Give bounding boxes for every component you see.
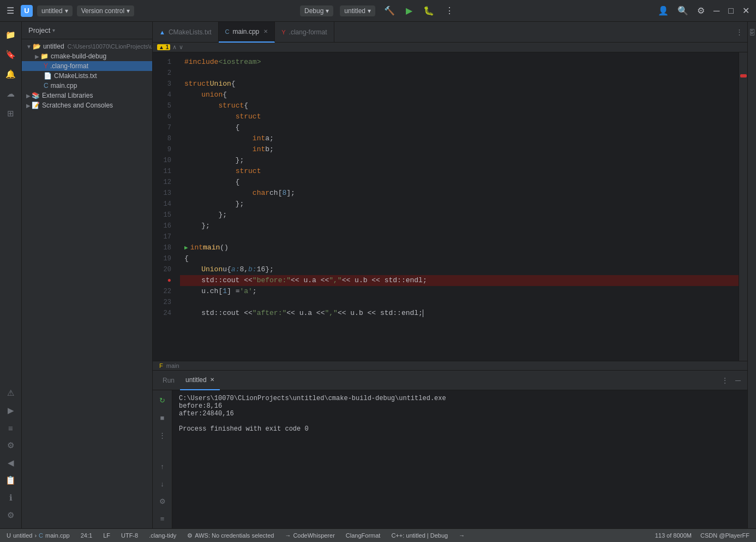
code-line-15: }; [180, 210, 739, 221]
linenum-20: 20 [153, 264, 176, 275]
tree-maincpp-item[interactable]: C main.cpp [22, 81, 152, 91]
problems-button[interactable]: ⚠ [2, 384, 20, 402]
notifications-button[interactable]: 🔔 [2, 65, 20, 83]
plugins-button[interactable]: ⊞ [2, 105, 20, 122]
status-inspection[interactable]: .clang-tidy [147, 529, 178, 542]
code-line-19: { [180, 253, 739, 264]
git-button[interactable]: ◀ [2, 454, 20, 472]
code-content[interactable]: #include <iostream> struct Union { [180, 52, 739, 361]
stop-button[interactable]: ■ [155, 410, 170, 425]
code-line-1: #include <iostream> [180, 57, 739, 68]
untitled-tab-close[interactable]: ✕ [210, 377, 214, 383]
terminal-sidebar: ↻ ■ ⋮ ↑ ↓ ⚙ ≡ [153, 390, 172, 528]
terminal-output[interactable]: C:\Users\10070\CLionProjects\untitled\cm… [172, 390, 747, 528]
linenum-14: 14 [153, 199, 176, 210]
minimize-button[interactable]: ─ [711, 4, 722, 18]
code-line-16: }; [180, 221, 739, 231]
linenum-15: 15 [153, 210, 176, 221]
nav-up-btn[interactable]: ∧ [172, 44, 177, 51]
cpp-tab-close[interactable]: ✕ [263, 28, 268, 34]
status-encoding[interactable]: UTF-8 [119, 529, 140, 542]
project-view-button[interactable]: 📁 [2, 26, 20, 44]
status-code-whisperer[interactable]: → CodeWhisperer [283, 529, 337, 542]
status-aws[interactable]: ⚙ AWS: No credentials selected [185, 529, 276, 542]
run-tab[interactable]: Run [157, 371, 180, 390]
vcs-dropdown-button[interactable]: Version control ▾ [77, 5, 134, 16]
linenum-11: 11 [153, 166, 176, 177]
tab-clang-format[interactable]: Y .clang-format [275, 22, 334, 43]
terminal-more2-button[interactable]: ⋮ [155, 427, 170, 443]
bookmarks-button[interactable]: 🔖 [2, 46, 20, 63]
status-memory[interactable]: 113 of 8000M [653, 532, 694, 539]
root-folder-icon: 📂 [33, 43, 41, 50]
vcs-label: Version control [81, 7, 124, 15]
linenum-8: 8 [153, 133, 176, 144]
database-button[interactable]: 🗄 [743, 24, 757, 41]
run-gutter-icon[interactable]: ▶ [184, 242, 188, 253]
scroll-up-button[interactable]: ↑ [155, 458, 170, 474]
linenum-6: 6 [153, 111, 176, 122]
project-dropdown-button[interactable]: untitled ▾ [37, 5, 73, 16]
debug-config-button[interactable]: Debug ▾ [300, 5, 333, 16]
code-editor[interactable]: 1 2 3 4 5 6 7 8 9 10 11 12 13 14 15 16 1 [153, 52, 739, 361]
status-brand[interactable]: CSDN @PlayerFF [698, 532, 752, 539]
search-everywhere-button[interactable]: 🔍 [675, 3, 691, 18]
status-git-icon[interactable]: → [457, 529, 467, 542]
linenum-23: 23 [153, 297, 176, 308]
aws-button[interactable]: ☁ [2, 85, 20, 103]
status-cpp-config[interactable]: C++: untitled | Debug [389, 529, 450, 542]
status-clang-format[interactable]: ClangFormat [344, 529, 383, 542]
linenum-9: 9 [153, 144, 176, 155]
collab-button[interactable]: 👤 [656, 3, 671, 18]
code-line-12: { [180, 177, 739, 188]
hamburger-button[interactable]: ☰ [4, 3, 16, 18]
rerun-button[interactable]: ↻ [155, 392, 170, 408]
clang-format-label: .clang-format [50, 62, 88, 70]
terminal-line-4: Process finished with exit code 0 [179, 425, 741, 433]
structure-button[interactable]: ⚙ [2, 507, 20, 524]
todo-button[interactable]: ℹ [2, 489, 20, 507]
status-position[interactable]: 24:1 [79, 529, 94, 542]
wrap-button[interactable]: ≡ [155, 511, 170, 526]
cpp-tab-icon: C [225, 28, 230, 35]
run-panel-button[interactable]: ▶ [2, 402, 20, 419]
maximize-button[interactable]: □ [726, 4, 736, 18]
titlebar-center: Debug ▾ untitled ▾ 🔨 ▶ 🐛 ⋮ [300, 3, 456, 18]
linenum-24: 24 [153, 308, 176, 319]
run-tab-label: Run [163, 377, 175, 384]
tree-cmake-build-item[interactable]: ▶ 📁 cmake-build-debug [22, 51, 152, 61]
untitled-tab[interactable]: untitled ✕ [180, 371, 220, 390]
scroll-down-button[interactable]: ↓ [155, 476, 170, 491]
filter-button[interactable]: ⚙ [155, 493, 170, 509]
status-file-icon: C [39, 532, 43, 539]
output-button[interactable]: 📋 [2, 472, 20, 489]
tree-ext-libraries-item[interactable]: ▶ 📚 External Libraries [22, 91, 152, 100]
bottom-panel-tools: ⋮ ─ [719, 375, 743, 386]
status-project-name[interactable]: U untitled › C main.cpp [4, 529, 72, 542]
root-name: untitled [43, 43, 64, 50]
code-line-14: }; [180, 199, 739, 210]
terminal-minimize-button[interactable]: ─ [733, 375, 743, 386]
settings-button[interactable]: ⚙ [695, 3, 707, 18]
tab-cmakelists[interactable]: ▲ CMakeLists.txt [153, 22, 219, 43]
build-button[interactable]: 🔨 [382, 3, 397, 18]
debug-button[interactable]: 🐛 [421, 3, 436, 18]
run-button[interactable]: ▶ [404, 3, 415, 18]
nav-down-btn[interactable]: ∨ [179, 44, 183, 51]
tab-maincpp[interactable]: C main.cpp ✕ [219, 22, 275, 43]
code-line-23 [180, 297, 739, 308]
code-line-18: ▶ int main () [180, 242, 739, 253]
terminal-more-button[interactable]: ⋮ [719, 375, 731, 386]
str-iostream: <iostream> [218, 57, 261, 68]
tree-root-item[interactable]: ▼ 📂 untitled C:\Users\10070\CLionProject… [22, 41, 152, 51]
close-button[interactable]: ✕ [740, 3, 752, 18]
run-target-button[interactable]: untitled ▾ [340, 5, 375, 16]
project-dropdown-icon: ▾ [52, 27, 55, 33]
more-actions-button[interactable]: ⋮ [443, 3, 456, 18]
cmake-button[interactable]: ⚙ [2, 437, 20, 454]
tree-scratches-item[interactable]: ▶ 📝 Scratches and Consoles [22, 100, 152, 110]
tree-clang-format-item[interactable]: Y .clang-format [22, 61, 152, 71]
tree-cmakelists-item[interactable]: 📄 CMakeLists.txt [22, 71, 152, 81]
terminal-button[interactable]: ≡ [2, 419, 20, 437]
status-line-ending[interactable]: LF [101, 529, 112, 542]
